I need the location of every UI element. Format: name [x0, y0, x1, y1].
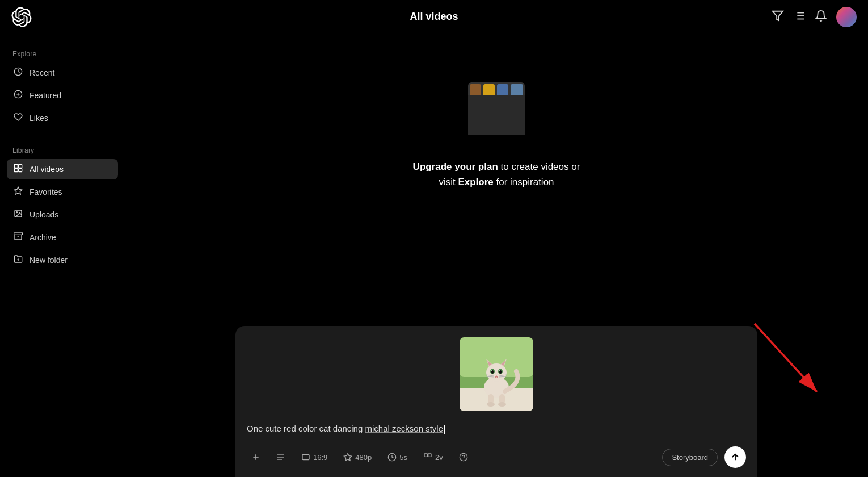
list-icon[interactable]	[793, 10, 806, 24]
quality-label: 480p	[355, 453, 372, 462]
uploads-icon	[12, 209, 24, 220]
empty-state-message: Upgrade your plan to create videos orvis…	[413, 159, 580, 190]
output-button[interactable]: 2v	[419, 450, 448, 465]
heart-icon	[12, 112, 24, 124]
all-videos-label: All videos	[30, 165, 64, 174]
layout: Explore Recent Featured	[0, 34, 868, 477]
filter-icon[interactable]	[772, 10, 784, 24]
empty-state: Upgrade your plan to create videos orvis…	[413, 80, 580, 190]
svg-rect-61	[424, 454, 427, 457]
svg-rect-26	[468, 131, 525, 135]
svg-point-14	[16, 212, 18, 213]
cat-image	[460, 337, 533, 411]
svg-rect-11	[19, 169, 22, 172]
svg-rect-25	[468, 95, 525, 135]
svg-rect-58	[302, 454, 309, 459]
explore-section-label: Explore	[7, 45, 118, 60]
svg-rect-62	[428, 454, 431, 457]
svg-rect-9	[19, 164, 22, 168]
main-content: Upgrade your plan to create videos orvis…	[125, 34, 868, 477]
header: All videos	[0, 0, 868, 34]
featured-icon	[12, 90, 24, 101]
svg-line-28	[755, 324, 817, 392]
uploads-label: Uploads	[30, 210, 58, 219]
page-title: All videos	[410, 11, 458, 23]
all-videos-icon	[12, 164, 24, 175]
duration-button[interactable]: 5s	[383, 450, 412, 465]
svg-rect-21	[483, 84, 495, 97]
sidebar-item-all-videos[interactable]: All videos	[7, 159, 118, 179]
svg-point-52	[498, 402, 506, 407]
sidebar-item-featured[interactable]: Featured	[7, 85, 118, 106]
svg-rect-20	[470, 84, 481, 97]
recent-icon	[12, 67, 24, 78]
header-right	[772, 7, 857, 27]
library-section-label: Library	[7, 142, 118, 157]
svg-rect-22	[497, 84, 508, 97]
archive-label: Archive	[30, 233, 56, 242]
featured-label: Featured	[30, 91, 61, 100]
svg-point-42	[491, 370, 492, 371]
archive-icon	[12, 232, 24, 243]
quality-button[interactable]: 480p	[339, 450, 376, 465]
bell-icon[interactable]	[815, 10, 827, 24]
sidebar-item-uploads[interactable]: Uploads	[7, 204, 118, 225]
new-folder-icon	[12, 254, 24, 266]
add-button[interactable]	[247, 450, 265, 465]
sidebar-item-archive[interactable]: Archive	[7, 227, 118, 248]
svg-rect-10	[14, 169, 18, 172]
svg-marker-59	[344, 453, 352, 461]
svg-point-43	[499, 370, 500, 371]
text-cursor	[444, 425, 445, 434]
sidebar-item-new-folder[interactable]: New folder	[7, 250, 118, 270]
svg-point-51	[487, 402, 495, 407]
sidebar-item-likes[interactable]: Likes	[7, 108, 118, 128]
sidebar-item-recent[interactable]: Recent	[7, 62, 118, 83]
script-button[interactable]	[272, 450, 290, 465]
clapperboard-icon	[460, 80, 533, 148]
user-avatar[interactable]	[836, 7, 857, 27]
svg-rect-15	[14, 233, 23, 235]
star-icon	[12, 186, 24, 198]
svg-rect-8	[14, 164, 18, 168]
svg-rect-23	[511, 84, 523, 97]
new-folder-label: New folder	[30, 256, 68, 265]
sidebar-divider	[7, 131, 118, 140]
likes-label: Likes	[30, 114, 48, 123]
ratio-label: 16:9	[313, 453, 327, 462]
prompt-text-before: One cute red color cat dancing	[247, 424, 365, 433]
prompt-container: One cute red color cat dancing michal ze…	[235, 326, 757, 478]
upgrade-bold: Upgrade your plan	[413, 161, 498, 172]
output-label: 2v	[435, 453, 443, 462]
storyboard-button[interactable]: Storyboard	[662, 449, 718, 466]
prompt-toolbar: 16:9 480p 5s	[247, 446, 746, 468]
help-button[interactable]	[454, 450, 473, 465]
aspect-ratio-button[interactable]: 16:9	[297, 450, 332, 465]
prompt-text[interactable]: One cute red color cat dancing michal ze…	[247, 420, 746, 438]
submit-button[interactable]	[724, 446, 746, 468]
chatgpt-logo[interactable]	[11, 7, 32, 27]
sidebar-item-favorites[interactable]: Favorites	[7, 182, 118, 202]
header-left	[11, 7, 32, 27]
svg-marker-12	[14, 187, 22, 194]
prompt-image-area	[247, 337, 746, 411]
explore-end: for inspiration	[494, 177, 554, 187]
svg-marker-0	[773, 11, 783, 20]
favorites-label: Favorites	[30, 187, 62, 196]
duration-label: 5s	[399, 453, 407, 462]
sidebar: Explore Recent Featured	[0, 34, 125, 477]
recent-label: Recent	[30, 68, 54, 77]
prompt-text-underlined: michal zeckson style	[365, 424, 443, 433]
explore-link[interactable]: Explore	[458, 177, 493, 187]
